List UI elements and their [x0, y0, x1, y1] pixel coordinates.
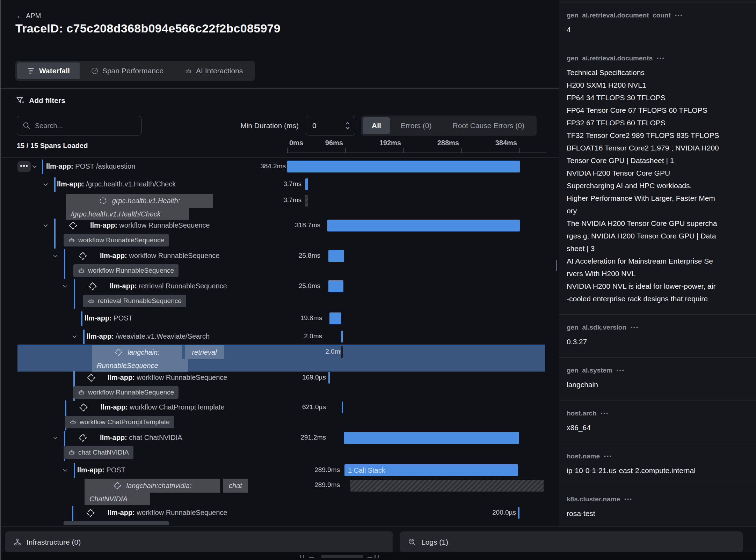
duration-bar[interactable] [328, 280, 343, 292]
span-row[interactable]: llm-app: chat ChatNVIDIA291.2mschat Chat… [0, 430, 559, 445]
span-row[interactable]: llm-app: workflow RunnableSequence169.0µ… [0, 370, 559, 385]
span-row-ghost[interactable]: grpc.health.v1.Health:/grpc.health.v1.He… [0, 193, 559, 220]
tab-ai-interactions[interactable]: AI Interactions [174, 62, 253, 79]
service-name: llm-app: [108, 509, 135, 516]
duration-bar[interactable]: 1 Call Stack [344, 464, 518, 476]
span-tag-chip[interactable]: workflow ChatPromptTemplate [65, 416, 174, 428]
duration-bar[interactable] [305, 195, 308, 207]
stepper-up-icon[interactable] [345, 122, 350, 125]
logs-button[interactable]: Logs (1) [400, 531, 743, 553]
duration-bar[interactable] [305, 178, 308, 190]
span-duration: 289.9ms [314, 481, 340, 489]
span-indent-tick [81, 311, 82, 326]
axis-tick-mark [345, 148, 346, 153]
span-tag-chip[interactable]: workflow RunnableSequence [64, 234, 169, 246]
chevron-down-icon [62, 467, 68, 473]
tab-span-performance[interactable]: Span Performance [80, 62, 174, 79]
duration-bar[interactable] [518, 507, 519, 519]
attribute-section: gen_ai.sdk.version•••0.3.27 [559, 315, 756, 358]
span-row-selected[interactable]: langchain:retrievalRunnableSequence2.0ms [0, 345, 559, 371]
span-tag-chip[interactable]: chat ChatNVIDIA [64, 446, 133, 459]
infrastructure-button[interactable]: Infrastructure (0) [5, 531, 393, 553]
attribute-options-icon[interactable]: ••• [675, 13, 683, 18]
collapse-chevron[interactable] [52, 435, 58, 441]
collapse-chevron[interactable] [43, 223, 49, 229]
duration-bar[interactable] [328, 372, 330, 384]
ghost-span-box-line2[interactable]: ChatNVIDIA [85, 493, 150, 505]
span-duration: 169.0µs [302, 374, 326, 381]
span-tag-chip[interactable]: retrieval RunnableSequence [83, 295, 186, 307]
attribute-options-icon[interactable]: ••• [601, 411, 609, 416]
chip-robot-icon [88, 297, 95, 304]
chip-label: workflow RunnableSequence [88, 389, 174, 396]
attribute-options-icon[interactable]: ••• [617, 368, 625, 373]
attribute-key: gen_ai.retrieval.document_count [567, 12, 671, 19]
span-row[interactable]: llm-app: POST289.9ms1 Call Stack [0, 463, 559, 478]
add-filters-label: Add filters [29, 96, 65, 105]
search-input[interactable]: Search... [17, 116, 141, 135]
collapse-chevron[interactable] [62, 283, 68, 289]
collapse-chevron[interactable] [31, 164, 37, 170]
duration-bar[interactable] [287, 161, 520, 172]
service-name: llm-app: [108, 374, 135, 381]
duration-bar[interactable] [344, 432, 519, 444]
attribute-options-icon[interactable]: ••• [624, 496, 633, 502]
collapse-chevron[interactable] [62, 467, 68, 473]
chip-robot-icon [68, 237, 75, 244]
span-row[interactable]: llm-app: workflow ChatPromptTemplate621.… [0, 400, 559, 415]
span-row-ghost[interactable]: langchain:chatnvidia:chatChatNVIDIA289.9… [0, 478, 559, 504]
ghost-span-chip[interactable]: retrieval [185, 345, 224, 359]
collapse-chevron[interactable] [52, 253, 58, 259]
axis-tick-label: 384ms [479, 139, 517, 147]
chevron-down-icon [31, 164, 37, 170]
tab-label: Waterfall [39, 67, 70, 75]
back-to-apm-link[interactable]: ← APM [16, 12, 41, 20]
panel-resize-handle[interactable] [556, 260, 557, 271]
duration-bar[interactable] [341, 346, 343, 358]
collapse-chevron[interactable] [72, 334, 78, 340]
span-row[interactable]: llm-app: workflow RunnableSequence200.0µ… [0, 505, 559, 521]
tab-waterfall[interactable]: Waterfall [17, 62, 80, 79]
span-row[interactable]: llm-app: retrieval RunnableSequence25.0m… [0, 279, 559, 294]
span-duration: 25.8ms [299, 252, 320, 259]
span-tag-chip[interactable]: workflow RunnableSequence [64, 521, 169, 525]
segment-errors-0-[interactable]: Errors (0) [390, 117, 442, 134]
duration-bar[interactable] [350, 480, 544, 492]
stepper-arrows[interactable] [345, 122, 355, 130]
add-filters-button[interactable]: Add filters [16, 96, 65, 105]
segment-all[interactable]: All [363, 117, 390, 134]
axis-tick-label: 288ms [421, 139, 459, 147]
ghost-chip-text: retrieval [192, 348, 217, 356]
ghost-span-box[interactable]: langchain: [92, 345, 182, 359]
service-name: llm-app: [77, 466, 104, 474]
attribute-value: Technical SpecificationsH200 SXM1 H200 N… [567, 66, 748, 305]
duration-bar[interactable] [329, 312, 341, 324]
span-tag-chip[interactable]: workflow RunnableSequence [73, 264, 179, 277]
ghost-span-chip[interactable]: chat [223, 479, 248, 493]
duration-bar[interactable] [341, 331, 343, 342]
span-row[interactable]: llm-app: /weaviate.v1.Weaviate/Search2.0… [0, 329, 559, 344]
call-stack-label: 1 Call Stack [344, 464, 518, 476]
span-row[interactable]: llm-app: workflow RunnableSequence318.7m… [0, 218, 559, 233]
span-tag-chip[interactable]: workflow RunnableSequence [73, 386, 179, 399]
ghost-span-box[interactable]: grpc.health.v1.Health: [66, 194, 213, 208]
span-row[interactable]: llm-app: /grpc.health.v1.Health/Check3.7… [0, 177, 559, 192]
attribute-options-icon[interactable]: ••• [604, 454, 612, 459]
span-row[interactable]: •••llm-app: POST /askquestion384.2ms [0, 159, 559, 174]
segment-root-cause-errors-0-[interactable]: Root Cause Errors (0) [442, 117, 535, 134]
stepper-down-icon[interactable] [345, 126, 350, 130]
chip-robot-icon [78, 267, 85, 274]
attribute-options-icon[interactable]: ••• [631, 325, 639, 330]
row-options-button[interactable]: ••• [17, 161, 31, 172]
duration-bar[interactable] [328, 250, 344, 262]
span-row[interactable]: llm-app: workflow RunnableSequence25.8ms… [0, 248, 559, 264]
ghost-span-box[interactable]: langchain:chatnvidia: [85, 479, 220, 493]
attribute-key: gen_ai.retrieval.documents [567, 54, 653, 62]
min-duration-input[interactable]: 0 [306, 116, 355, 135]
span-row[interactable]: llm-app: POST19.8ms [0, 311, 559, 326]
collapse-chevron[interactable] [43, 182, 49, 187]
attribute-options-icon[interactable]: ••• [657, 56, 665, 61]
duration-bar[interactable] [327, 220, 520, 231]
chip-label: retrieval RunnableSequence [98, 297, 182, 305]
duration-bar[interactable] [342, 401, 343, 413]
